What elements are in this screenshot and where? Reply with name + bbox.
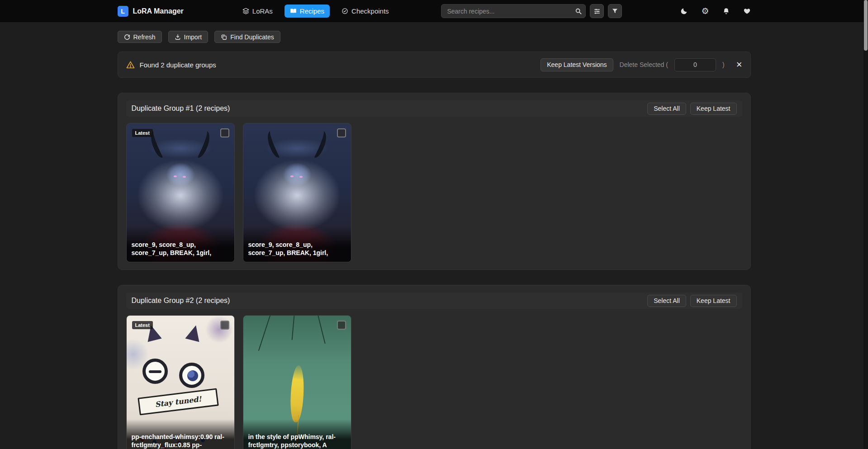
nav-tab-recipes[interactable]: Recipes xyxy=(285,5,330,18)
latest-badge: Latest xyxy=(132,129,153,137)
sliders-icon xyxy=(593,8,601,15)
sign-text: Stay tuned! xyxy=(138,388,219,416)
refresh-label: Refresh xyxy=(133,33,156,41)
duplicate-group-2: Duplicate Group #2 (2 recipes) Select Al… xyxy=(118,285,751,449)
sort-options-button[interactable] xyxy=(590,4,604,18)
duplicates-copy-icon xyxy=(221,34,227,40)
keep-latest-label: Keep Latest xyxy=(697,297,730,304)
warning-icon xyxy=(126,61,135,69)
recipe-card[interactable]: in the style of ppWhimsy, ral-frctlgmtry… xyxy=(243,315,351,449)
recipe-caption: score_9, score_8_up, score_7_up, BREAK, … xyxy=(127,227,234,262)
group-1-keep-latest-button[interactable]: Keep Latest xyxy=(690,103,737,115)
nav-tab-checkpoints[interactable]: Checkpoints xyxy=(336,5,394,18)
recipe-card[interactable]: score_9, score_8_up, score_7_up, BREAK, … xyxy=(243,123,351,262)
scrollbar-thumb[interactable] xyxy=(864,0,868,51)
funnel-icon xyxy=(612,8,618,14)
nav-tab-loras[interactable]: LoRAs xyxy=(237,5,278,18)
recipe-checkbox[interactable] xyxy=(337,321,346,330)
app-title: LoRA Manager xyxy=(133,7,184,15)
favorites-heart-icon[interactable] xyxy=(743,7,751,15)
app-logo-icon: L xyxy=(118,6,128,17)
group-2-title: Duplicate Group #2 (2 recipes) xyxy=(132,297,230,305)
recipe-checkbox[interactable] xyxy=(220,321,229,330)
keep-latest-versions-button[interactable]: Keep Latest Versions xyxy=(541,58,613,71)
settings-gear-icon[interactable]: ⚙ xyxy=(701,7,709,15)
recipe-card[interactable]: Stay tuned! Latest pp-enchanted-whimsy:0… xyxy=(126,315,235,449)
recipe-checkbox[interactable] xyxy=(337,128,346,137)
search-box xyxy=(441,4,586,18)
recipe-caption: score_9, score_8_up, score_7_up, BREAK, … xyxy=(243,227,351,262)
search-input[interactable] xyxy=(441,4,586,18)
group-2-keep-latest-button[interactable]: Keep Latest xyxy=(690,295,737,307)
import-label: Import xyxy=(184,33,202,41)
book-icon xyxy=(290,8,297,14)
notifications-bell-icon[interactable] xyxy=(722,7,730,15)
theme-toggle-moon-icon[interactable] xyxy=(680,7,688,15)
scrollbar-track[interactable] xyxy=(863,0,868,449)
navbar: L LoRA Manager LoRAs Recipes Checkpoi xyxy=(0,0,868,22)
refresh-icon xyxy=(124,34,130,40)
banner-message: Found 2 duplicate groups xyxy=(140,61,216,69)
group-2-select-all-button[interactable]: Select All xyxy=(647,295,686,307)
layers-icon xyxy=(242,8,249,14)
latest-badge: Latest xyxy=(132,321,153,329)
delete-selected-label: Delete Selected ( xyxy=(620,61,668,68)
navbar-actions: ⚙ xyxy=(680,7,750,15)
toolbar: Refresh Import Find Duplicates xyxy=(118,31,751,43)
nav-tab-loras-label: LoRAs xyxy=(252,7,273,15)
filter-button[interactable] xyxy=(608,4,622,18)
recipe-caption: in the style of ppWhimsy, ral-frctlgmtry… xyxy=(243,419,351,449)
refresh-button[interactable]: Refresh xyxy=(118,31,162,43)
main-nav: LoRAs Recipes Checkpoints xyxy=(237,5,394,18)
search-area xyxy=(441,4,622,18)
select-all-label: Select All xyxy=(654,297,680,304)
select-all-label: Select All xyxy=(654,105,680,112)
search-icon[interactable] xyxy=(575,8,582,15)
banner-close-icon[interactable]: × xyxy=(736,60,742,70)
keep-latest-label: Keep Latest xyxy=(697,105,730,112)
main-content: Refresh Import Find Duplicates Found 2 d… xyxy=(118,31,751,449)
nav-tab-recipes-label: Recipes xyxy=(300,7,324,15)
brand: L LoRA Manager xyxy=(118,6,184,17)
duplicate-group-1: Duplicate Group #1 (2 recipes) Select Al… xyxy=(118,93,751,270)
keep-latest-versions-label: Keep Latest Versions xyxy=(547,61,607,68)
import-button[interactable]: Import xyxy=(168,31,209,43)
delete-selected-label-close-paren: ) xyxy=(722,61,725,68)
recipe-caption: pp-enchanted-whimsy:0.90 ral-frctlgmtry_… xyxy=(127,419,234,449)
group-1-title: Duplicate Group #1 (2 recipes) xyxy=(132,104,230,113)
recipe-card[interactable]: Latest score_9, score_8_up, score_7_up, … xyxy=(126,123,235,262)
find-duplicates-label: Find Duplicates xyxy=(230,33,274,41)
group-1-select-all-button[interactable]: Select All xyxy=(647,103,686,115)
recipe-checkbox[interactable] xyxy=(220,128,229,137)
find-duplicates-button[interactable]: Find Duplicates xyxy=(214,31,280,43)
duplicates-banner: Found 2 duplicate groups Keep Latest Ver… xyxy=(118,52,751,78)
import-icon xyxy=(175,34,181,40)
nav-tab-checkpoints-label: Checkpoints xyxy=(351,7,389,15)
check-circle-icon xyxy=(342,8,348,14)
delete-count-input[interactable] xyxy=(674,58,716,71)
